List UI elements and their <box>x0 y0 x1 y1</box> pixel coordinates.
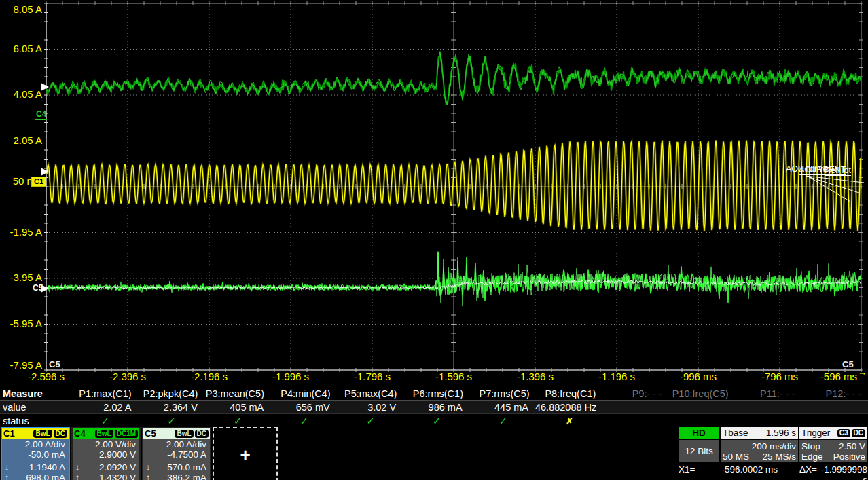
channel-header[interactable]: C1BwLDC <box>2 428 69 439</box>
measure-param-header[interactable]: P8:freq(C1) <box>537 388 603 399</box>
scope-graticule-svg <box>0 0 868 387</box>
measure-param-header[interactable]: P12:- - - <box>801 388 868 399</box>
channel-header[interactable]: C4BwLDC1M <box>73 428 139 439</box>
x-axis-label: -996 ms <box>680 371 717 382</box>
channel-offset: -50.0 mA <box>2 449 69 460</box>
x-axis-label: -1.196 s <box>598 371 635 382</box>
channel-badge: DC <box>195 430 209 438</box>
measure-param-header[interactable]: P9:- - - <box>602 388 669 399</box>
trigger-slope: Positive <box>823 451 865 462</box>
channel-id: C5 <box>145 428 156 439</box>
channel-box-c5[interactable]: C5BwLDC2.00 A/div-4.7500 A↓570.0 mA↑386.… <box>142 427 211 480</box>
channel-scale: 2.00 A/div <box>143 439 210 449</box>
measure-param-header[interactable]: P11:- - - <box>736 388 802 399</box>
measure-param-value: 445 mA <box>469 402 535 413</box>
c1-marker-badge[interactable]: C1 <box>31 177 46 187</box>
check-icon: ✓ <box>72 415 139 427</box>
measure-param-header[interactable]: P5:max(C4) <box>338 388 404 399</box>
channel-max-indicator: 1.1940 A <box>12 462 69 473</box>
measure-table: MeasureP1:max(C1)P2:pkpk(C4)P3:mean(C5)P… <box>0 387 868 426</box>
channel-max-indicator: 570.0 mA <box>153 462 210 473</box>
channel-max-indicator: 2.0920 V <box>82 462 139 473</box>
dx-value: -1.9999998 s <box>817 464 867 480</box>
channel-box-c1[interactable]: C1BwLDC2.00 A/div-50.0 mA↓1.1940 A↑698.0… <box>1 427 70 480</box>
trigger-header[interactable]: Trigger C3 DC <box>799 427 867 439</box>
down-arrow-icon: ↓ <box>73 462 82 473</box>
y-axis-label: 2.05 A <box>0 135 42 146</box>
measure-param-header[interactable]: P1:max(C1) <box>72 388 139 399</box>
channel-min-indicator: 698.0 mA <box>12 473 69 480</box>
sample-rate: 25 MS/s <box>749 451 796 462</box>
trigger-source-badge: C3 <box>837 429 850 437</box>
x-axis-label: -2.596 s <box>28 371 65 382</box>
check-icon: ✓ <box>403 415 470 427</box>
measure-row-header: MeasureP1:max(C1)P2:pkpk(C4)P3:mean(C5)P… <box>0 387 868 400</box>
trigger-body[interactable]: Stop 2.50 V Edge Positive <box>799 440 867 462</box>
measure-row-label: status <box>0 416 72 426</box>
timebase-value: 1.596 s <box>766 428 796 438</box>
channel-box-c4[interactable]: C4BwLDC1M2.00 V/div2.9000 V↓2.0920 V↑1.4… <box>71 427 141 480</box>
channel-badge: BwL <box>33 430 52 438</box>
timebase-header[interactable]: Tbase 1.596 s <box>721 427 798 439</box>
sample-count: 50 MS <box>723 451 749 462</box>
measure-param-header[interactable]: P2:pkpk(C4) <box>139 388 205 399</box>
waveform-display[interactable]: 8.05 A6.05 A4.05 A2.05 A50 mA-1.95 A-3.9… <box>0 0 868 387</box>
x-axis-label: -1.596 s <box>435 371 472 382</box>
check-icon: ✓ <box>204 415 271 427</box>
channel-header[interactable]: C5BwLDC <box>143 428 210 439</box>
y-axis-label: 8.05 A <box>0 4 42 15</box>
measure-param-header[interactable]: P4:min(C4) <box>271 388 338 399</box>
measure-param-value: 405 mA <box>204 402 270 413</box>
status-bar: C1BwLDC2.00 A/div-50.0 mA↓1.1940 A↑698.0… <box>0 426 868 480</box>
y-axis-label: 4.05 A <box>0 89 42 100</box>
timebase-body[interactable]: 200 ms/div 50 MS 25 MS/s <box>721 440 798 462</box>
grid-corner-label-right: C5 <box>842 359 854 369</box>
bit-depth-indicator[interactable]: 12 Bits <box>679 440 719 462</box>
hd-mode-button[interactable]: HD <box>679 427 719 439</box>
y-axis-label: 6.05 A <box>0 43 42 54</box>
trigger-mode: Stop <box>801 441 820 451</box>
measure-param-header[interactable]: P10:freq(C5) <box>669 388 736 399</box>
cursor-readout: X1= -596.0002 ms ΔX= -1.9999998 s X2= -2… <box>679 464 867 480</box>
trigger-label: Trigger <box>801 428 836 438</box>
measure-param-header[interactable]: P3:mean(C5) <box>204 388 271 399</box>
measure-param-value: 2.364 V <box>138 402 204 413</box>
channel-min-indicator: 386.2 mA <box>153 473 210 480</box>
channel-descriptors: C1BwLDC2.00 A/div-50.0 mA↓1.1940 A↑698.0… <box>1 427 278 480</box>
add-trace-button[interactable]: + <box>213 427 278 480</box>
invalid-status-icon: ✗ <box>537 416 603 426</box>
down-arrow-icon: ↓ <box>143 462 153 473</box>
y-axis-label: -3.95 A <box>0 272 42 283</box>
x1-value: -596.0002 ms <box>702 464 778 480</box>
channel-badge: BwL <box>95 430 113 438</box>
measure-row-label: Measure <box>0 388 72 399</box>
time-per-div: 200 ms/div <box>723 441 796 451</box>
grid-corner-label-left: C5 <box>49 359 60 369</box>
measure-param-header[interactable]: P7:rms(C5) <box>470 388 537 399</box>
measure-row-value: value2.02 A2.364 V405 mA656 mV3.02 V986 … <box>0 400 868 414</box>
x-axis-label: -596 ms <box>820 371 857 382</box>
y-axis-label: -5.95 A <box>0 318 42 329</box>
trace-annotation-label: RefHot <box>825 166 851 176</box>
trigger-coupling-badge: DC <box>852 429 865 437</box>
acquisition-cluster: HD Tbase 1.596 s Trigger C3 DC 12 Bits 2… <box>679 427 867 480</box>
c5-marker-label[interactable]: C5 <box>33 283 43 293</box>
up-arrow-icon: ↑ <box>2 473 12 480</box>
check-icon: ✓ <box>470 415 537 427</box>
up-arrow-icon: ↑ <box>73 473 82 480</box>
measure-param-value: 656 mV <box>270 402 336 413</box>
channel-offset: -4.7500 A <box>143 449 210 460</box>
timebase-label: Tbase <box>723 428 766 438</box>
x1-label: X1= <box>679 464 702 480</box>
x-axis-label: -2.196 s <box>191 371 228 382</box>
measure-row-label: value <box>0 402 72 413</box>
y-axis-label: -7.95 A <box>0 360 42 371</box>
x-axis-label: -2.396 s <box>109 371 146 382</box>
x-axis-label: -1.996 s <box>272 371 309 382</box>
measure-param-header[interactable]: P6:rms(C1) <box>403 388 470 399</box>
dx-label: ΔX= <box>783 464 817 480</box>
check-icon: ✓ <box>139 415 205 427</box>
c4-marker-label[interactable]: C4 <box>35 109 47 120</box>
channel-badge: DC1M <box>115 430 138 438</box>
check-icon: ✓ <box>338 415 404 427</box>
